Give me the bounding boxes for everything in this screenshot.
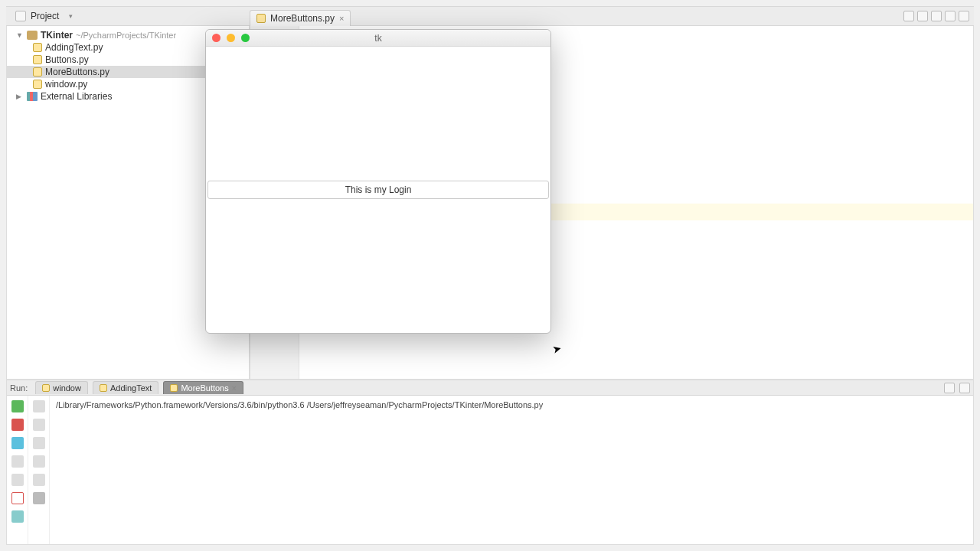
tk-window-title: tk — [374, 33, 381, 44]
down-button[interactable] — [33, 419, 45, 431]
project-dropdown[interactable]: Project ▾ — [31, 11, 73, 21]
traffic-lights — [212, 34, 250, 42]
python-file-icon — [33, 67, 42, 77]
run-tab-morebuttons[interactable]: MoreButtons × — [163, 381, 243, 394]
libraries-icon — [27, 92, 38, 101]
sync-icon[interactable] — [903, 11, 914, 21]
python-file-icon — [42, 384, 50, 392]
stop-button[interactable] — [11, 419, 24, 431]
chevron-down-icon[interactable]: ▼ — [16, 31, 24, 39]
pin-button[interactable] — [11, 474, 24, 486]
editor-tab-label: MoreButtons.py — [270, 13, 335, 24]
scroll-button[interactable] — [33, 455, 45, 468]
project-root-path: ~/PycharmProjects/TKinter — [76, 31, 176, 40]
rerun-button[interactable] — [11, 400, 24, 412]
project-dropdown-label: Project — [31, 11, 59, 21]
collapse-icon[interactable] — [945, 11, 956, 21]
hide-icon[interactable] — [959, 11, 969, 21]
run-label: Run: — [10, 383, 31, 393]
run-controls-left — [7, 396, 28, 544]
run-tab-label: window — [53, 383, 81, 393]
close-window-icon[interactable] — [212, 34, 220, 42]
external-libraries-label: External Libraries — [41, 91, 112, 102]
project-icon — [15, 11, 26, 21]
gear-icon[interactable] — [944, 383, 955, 393]
file-label: AddingText.py — [45, 42, 103, 53]
run-console-output[interactable]: /Library/Frameworks/Python.framework/Ver… — [50, 396, 973, 544]
wrap-button[interactable] — [33, 437, 45, 449]
run-tool-window: Run: window AddingText MoreButtons × — [6, 380, 974, 545]
editor-tab-morebuttons[interactable]: MoreButtons.py × — [250, 10, 351, 26]
print-button[interactable] — [33, 474, 45, 486]
autoscroll-icon[interactable] — [917, 11, 928, 21]
python-file-icon — [33, 55, 42, 64]
python-file-icon — [170, 384, 178, 392]
tk-app-window[interactable]: tk This is my Login — [205, 29, 551, 334]
run-body: /Library/Frameworks/Python.framework/Ver… — [7, 396, 973, 544]
folder-icon — [27, 31, 38, 40]
tk-window-body: This is my Login — [206, 47, 550, 333]
close-run-button[interactable] — [11, 492, 24, 504]
run-tab-window[interactable]: window — [35, 381, 88, 394]
tk-titlebar[interactable]: tk — [206, 30, 550, 47]
file-label: window.py — [45, 79, 87, 90]
run-tab-label: MoreButtons — [181, 383, 228, 393]
help-button[interactable] — [11, 510, 24, 523]
chevron-right-icon[interactable]: ▶ — [16, 93, 24, 100]
python-file-icon — [33, 80, 42, 89]
minimize-window-icon[interactable] — [227, 34, 235, 42]
up-button[interactable] — [33, 400, 45, 412]
close-icon[interactable]: × — [232, 384, 237, 393]
minimize-icon[interactable] — [959, 383, 970, 393]
run-tab-label: AddingText — [110, 383, 152, 393]
chevron-down-icon: ▾ — [69, 12, 73, 20]
close-icon[interactable]: × — [339, 14, 344, 23]
run-controls-right — [28, 396, 50, 544]
zoom-window-icon[interactable] — [241, 34, 250, 42]
file-label: MoreButtons.py — [45, 67, 109, 77]
file-label: Buttons.py — [45, 54, 89, 65]
python-file-icon — [256, 14, 266, 23]
run-header: Run: window AddingText MoreButtons × — [7, 380, 973, 396]
console-line: /Library/Frameworks/Python.framework/Ver… — [56, 400, 967, 409]
editor-tabs: MoreButtons.py × — [250, 6, 351, 26]
login-button[interactable]: This is my Login — [207, 181, 549, 199]
python-file-icon — [33, 43, 42, 52]
clear-button[interactable] — [33, 492, 45, 504]
python-file-icon — [100, 384, 107, 392]
main-toolbar: Project ▾ — [6, 6, 974, 26]
run-tab-addingtext[interactable]: AddingText — [93, 381, 158, 394]
layout-button[interactable] — [11, 455, 24, 468]
pause-button[interactable] — [11, 437, 24, 449]
gear-icon[interactable] — [931, 11, 942, 21]
project-root-name: TKinter — [41, 30, 73, 41]
